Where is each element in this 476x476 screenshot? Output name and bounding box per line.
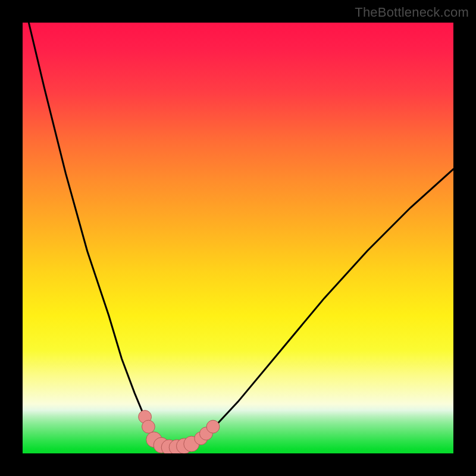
- marker-group: [139, 411, 220, 453]
- chart-overlay: [23, 23, 453, 453]
- bottleneck-curve: [23, 23, 453, 448]
- marker-left-lower: [142, 420, 155, 433]
- marker-right-upper: [206, 420, 220, 433]
- plot-area: [23, 23, 453, 453]
- attribution-text: TheBottleneck.com: [355, 5, 469, 20]
- chart-frame: TheBottleneck.com: [0, 0, 476, 476]
